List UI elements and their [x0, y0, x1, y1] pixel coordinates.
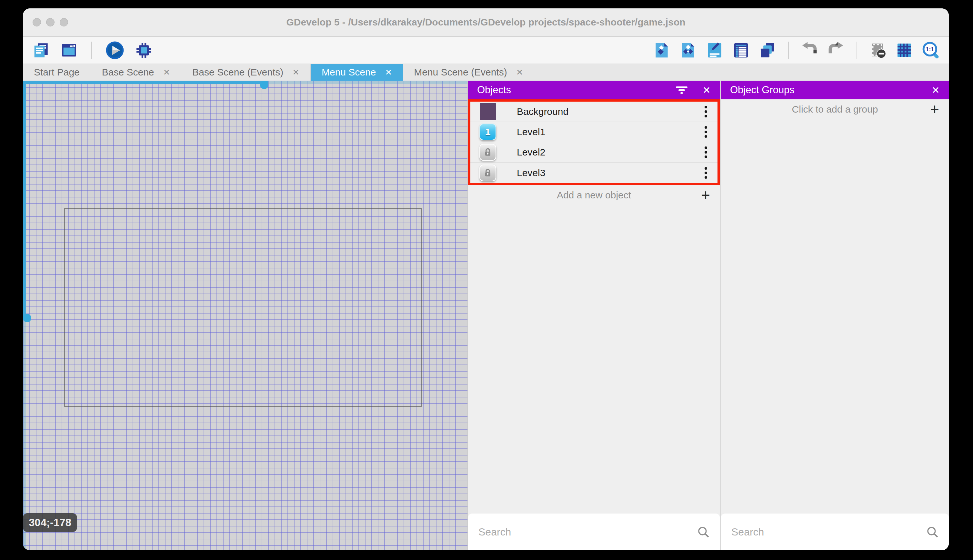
- object-row-background[interactable]: Background: [470, 102, 718, 122]
- locked-level-button-icon: [479, 165, 497, 181]
- object-label: Level3: [517, 167, 545, 178]
- lock-icon: [483, 147, 493, 157]
- layers-icon: [758, 41, 776, 59]
- locked-level-button-icon: [479, 144, 497, 161]
- zoom-1-1-button[interactable]: 1:1: [922, 41, 940, 60]
- toolbar: 1:1: [23, 37, 949, 64]
- zoom-1-1-icon: 1:1: [922, 41, 940, 60]
- traffic-lights: [33, 8, 68, 36]
- debug-button[interactable]: [135, 41, 153, 60]
- minimize-window-button[interactable]: [46, 18, 55, 27]
- redo-icon: [827, 41, 845, 59]
- svg-text:1:1: 1:1: [926, 46, 934, 52]
- grid-icon: [895, 41, 913, 59]
- objects-search-input[interactable]: [478, 526, 696, 538]
- objects-panel-header: Objects ✕: [468, 81, 720, 99]
- object-label: Level1: [517, 127, 545, 137]
- add-object-toolbar-button[interactable]: [653, 41, 671, 59]
- object-menu-kebab-icon[interactable]: [703, 165, 709, 181]
- object-label: Level2: [517, 147, 545, 158]
- objects-panel-title: Objects: [477, 84, 662, 96]
- tab-base-scene-events[interactable]: Base Scene (Events) ✕: [181, 64, 311, 81]
- redo-button[interactable]: [827, 41, 845, 59]
- plus-icon[interactable]: +: [701, 187, 710, 203]
- objects-list-highlighted: Background 1 Level1: [468, 99, 720, 185]
- undo-icon: [800, 41, 818, 59]
- object-menu-kebab-icon[interactable]: [703, 104, 709, 119]
- tab-menu-scene[interactable]: Menu Scene ✕: [311, 64, 403, 81]
- instances-list-toolbar-button[interactable]: [732, 41, 750, 59]
- close-window-button[interactable]: [33, 18, 41, 27]
- titlebar: GDevelop 5 - /Users/dkarakay/Documents/G…: [23, 8, 949, 37]
- object-groups-icon: [679, 41, 697, 59]
- vertical-scrollbar-fill: [23, 81, 26, 318]
- object-menu-kebab-icon[interactable]: [703, 124, 709, 140]
- lock-icon: [483, 168, 493, 178]
- project-manager-button[interactable]: [31, 41, 50, 60]
- filter-icon[interactable]: [675, 85, 688, 95]
- add-object-icon: [653, 41, 671, 59]
- grid-button[interactable]: [895, 41, 913, 59]
- object-groups-toolbar-button[interactable]: [679, 41, 697, 59]
- app-window: GDevelop 5 - /Users/dkarakay/Documents/G…: [23, 8, 949, 550]
- scene-editor-canvas[interactable]: 304;-178: [23, 81, 468, 550]
- background-color-swatch: [479, 103, 497, 120]
- edit-properties-icon: [706, 41, 724, 59]
- object-row-level3[interactable]: Level3: [470, 163, 718, 183]
- instances-list-icon: [732, 41, 750, 59]
- close-tab-icon[interactable]: ✕: [385, 67, 392, 77]
- tab-label: Menu Scene: [322, 67, 376, 78]
- toolbar-separator: [788, 42, 789, 59]
- add-group-button[interactable]: Click to add a group +: [721, 99, 949, 119]
- project-manager-icon: [31, 41, 50, 60]
- object-groups-panel: Object Groups ✕ Click to add a group +: [721, 81, 949, 550]
- close-tab-icon[interactable]: ✕: [292, 67, 299, 77]
- toolbar-separator: [91, 42, 92, 59]
- close-tab-icon[interactable]: ✕: [516, 67, 523, 77]
- play-icon: [105, 40, 125, 60]
- maximize-window-button[interactable]: [60, 18, 68, 27]
- object-groups-panel-title: Object Groups: [730, 84, 918, 96]
- toolbar-separator: [856, 42, 857, 59]
- objects-search-bar: [468, 513, 720, 550]
- tab-bar: Start Page Base Scene ✕ Base Scene (Even…: [23, 64, 949, 81]
- level1-button-icon: 1: [479, 123, 497, 140]
- tab-menu-scene-events[interactable]: Menu Scene (Events) ✕: [403, 64, 534, 81]
- add-group-label: Click to add a group: [792, 104, 878, 115]
- close-panel-icon[interactable]: ✕: [932, 85, 940, 96]
- close-tab-icon[interactable]: ✕: [163, 67, 170, 77]
- add-new-object-button[interactable]: Add a new object +: [468, 185, 720, 205]
- scene-window-frame: [64, 208, 422, 407]
- object-groups-panel-header: Object Groups ✕: [721, 81, 949, 99]
- search-icon: [696, 525, 710, 539]
- tab-start-page[interactable]: Start Page: [23, 64, 91, 81]
- debug-icon: [135, 41, 153, 60]
- horizontal-scrollbar-thumb[interactable]: [260, 81, 268, 89]
- tab-label: Start Page: [34, 67, 80, 78]
- search-icon: [926, 525, 939, 539]
- undo-button[interactable]: [800, 41, 818, 59]
- tab-base-scene[interactable]: Base Scene ✕: [91, 64, 182, 81]
- play-button[interactable]: [105, 40, 125, 60]
- vertical-scrollbar-thumb[interactable]: [23, 314, 31, 322]
- close-panel-icon[interactable]: ✕: [703, 85, 711, 96]
- edit-properties-toolbar-button[interactable]: [706, 41, 724, 59]
- plus-icon[interactable]: +: [930, 102, 939, 117]
- groups-search-input[interactable]: [731, 526, 926, 538]
- object-row-level2[interactable]: Level2: [470, 142, 718, 163]
- tab-label: Base Scene (Events): [192, 67, 283, 78]
- objects-panel: Objects ✕ Background: [468, 81, 720, 550]
- cursor-coordinates-badge: 304;-178: [23, 513, 77, 532]
- horizontal-scrollbar-fill: [23, 81, 268, 84]
- layers-toolbar-button[interactable]: [758, 41, 776, 59]
- toggle-mask-button[interactable]: [869, 41, 887, 59]
- groups-search-bar: [721, 513, 949, 550]
- tab-label: Base Scene: [102, 67, 154, 78]
- toggle-mask-icon: [869, 41, 887, 59]
- preview-window-icon: [60, 41, 78, 60]
- object-menu-kebab-icon[interactable]: [703, 145, 709, 160]
- window-title: GDevelop 5 - /Users/dkarakay/Documents/G…: [286, 17, 685, 28]
- object-row-level1[interactable]: 1 Level1: [470, 122, 718, 142]
- tab-label: Menu Scene (Events): [414, 67, 507, 78]
- preview-window-button[interactable]: [60, 41, 78, 60]
